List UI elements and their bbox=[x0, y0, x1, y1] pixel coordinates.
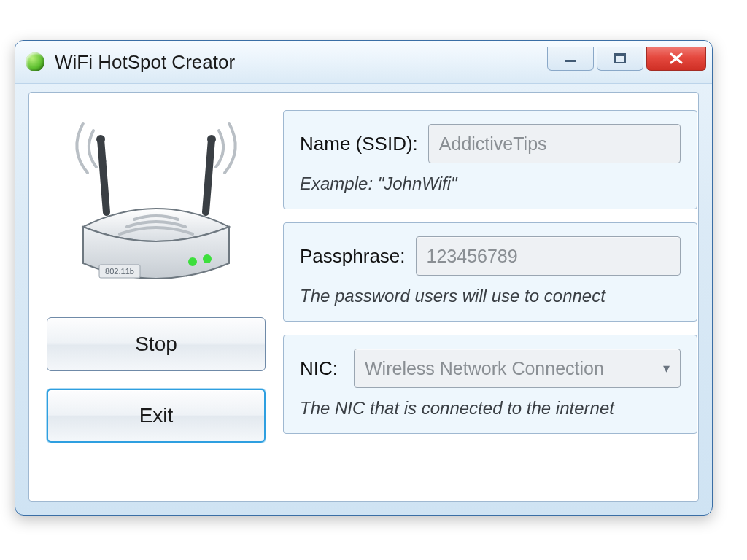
passphrase-panel: Passphrase: The password users will use … bbox=[283, 222, 697, 322]
router-icon: 802.11b bbox=[54, 110, 258, 300]
nic-select[interactable]: Wireless Network Connection ▾ bbox=[354, 349, 681, 388]
close-button[interactable] bbox=[646, 47, 706, 71]
svg-point-8 bbox=[203, 254, 212, 263]
svg-line-4 bbox=[206, 139, 212, 212]
chevron-down-icon: ▾ bbox=[663, 360, 670, 376]
window-title: WiFi HotSpot Creator bbox=[55, 51, 547, 74]
nic-hint: The NIC that is connected to the interne… bbox=[300, 398, 681, 419]
app-icon bbox=[26, 52, 44, 71]
ssid-input[interactable] bbox=[428, 124, 681, 163]
right-column: Name (SSID): Example: "JohnWifi" Passphr… bbox=[283, 110, 697, 483]
stop-button[interactable]: Stop bbox=[47, 317, 266, 371]
passphrase-hint: The password users will use to connect bbox=[300, 286, 681, 306]
svg-rect-0 bbox=[565, 60, 576, 62]
maximize-icon bbox=[612, 52, 628, 64]
minimize-button[interactable] bbox=[547, 47, 594, 71]
titlebar[interactable]: WiFi HotSpot Creator bbox=[15, 41, 712, 84]
svg-line-3 bbox=[101, 139, 107, 212]
minimize-icon bbox=[562, 53, 578, 63]
window-controls bbox=[547, 47, 706, 71]
close-icon bbox=[667, 52, 685, 64]
ssid-panel: Name (SSID): Example: "JohnWifi" bbox=[283, 110, 697, 209]
router-label: 802.11b bbox=[105, 267, 134, 276]
passphrase-input[interactable] bbox=[416, 236, 681, 276]
app-window: WiFi HotSpot Creator bbox=[15, 40, 713, 516]
ssid-hint: Example: "JohnWifi" bbox=[300, 174, 681, 194]
svg-point-7 bbox=[188, 257, 197, 266]
maximize-button[interactable] bbox=[597, 47, 643, 71]
nic-panel: NIC: Wireless Network Connection ▾ The N… bbox=[283, 335, 697, 434]
nic-label: NIC: bbox=[300, 357, 344, 380]
exit-button[interactable]: Exit bbox=[47, 389, 266, 443]
svg-rect-2 bbox=[615, 54, 625, 56]
client-area: 802.11b Stop Exit Name (SSID): Example: … bbox=[28, 92, 699, 502]
left-column: 802.11b Stop Exit bbox=[47, 110, 266, 483]
passphrase-label: Passphrase: bbox=[300, 245, 406, 268]
nic-selected-value: Wireless Network Connection bbox=[365, 358, 604, 379]
svg-point-6 bbox=[207, 135, 216, 144]
svg-point-5 bbox=[96, 135, 105, 144]
ssid-label: Name (SSID): bbox=[300, 133, 418, 155]
